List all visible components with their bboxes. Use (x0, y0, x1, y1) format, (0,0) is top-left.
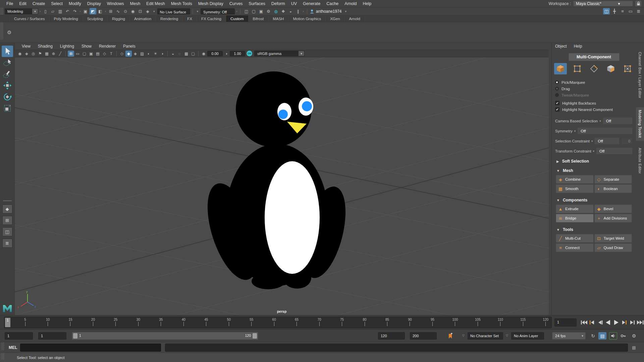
layout-two-pane-button[interactable]: ◫ (2, 227, 12, 236)
make-live-icon[interactable]: ◈ (144, 8, 151, 14)
menu-display[interactable]: Display (84, 1, 104, 6)
shelf-grip[interactable] (0, 22, 3, 40)
move-tool-button[interactable] (2, 80, 13, 91)
menu-generate[interactable]: Generate (300, 1, 323, 6)
mesh-section-header[interactable]: ▼ Mesh (556, 168, 633, 173)
colorspace-select[interactable]: sRGB gamma ▾ (254, 51, 305, 56)
shelf-tab-custom[interactable]: Custom (226, 15, 249, 22)
contrast-icon[interactable]: ◑ (223, 51, 229, 57)
command-input[interactable] (20, 344, 161, 352)
combine-button[interactable]: ◈ Combine (556, 175, 594, 184)
panel-menu-view[interactable]: View (18, 44, 34, 49)
select-component-icon[interactable]: ◧ (97, 8, 104, 14)
bridge-button[interactable]: ≋ Bridge (556, 214, 594, 223)
command-line-grip[interactable] (1, 342, 4, 350)
render-current-frame-icon[interactable]: ▢ (250, 8, 257, 14)
rotate-tool-button[interactable] (2, 91, 13, 103)
new-scene-button[interactable]: ▯ (42, 8, 49, 14)
live-surface-field[interactable]: No Live Surface (157, 8, 190, 14)
soft-selection-header[interactable]: ▶ Soft Selection (556, 159, 633, 164)
menu-select[interactable]: Select (48, 1, 66, 6)
play-forwards-button[interactable] (612, 319, 620, 326)
image-plane-icon[interactable]: ▦ (44, 51, 50, 57)
undo-button[interactable]: ↶ (64, 8, 71, 14)
chevron-down-icon[interactable]: ▾ (197, 10, 199, 13)
scale-tool-button[interactable] (2, 103, 13, 114)
grease-pencil-icon[interactable]: ╱ (57, 51, 63, 57)
panel-menu-panels[interactable]: Panels (119, 44, 139, 49)
wireframe-on-shaded-icon[interactable]: ◈ (132, 51, 139, 57)
script-editor-icon[interactable]: ▤ (631, 344, 637, 351)
snap-to-projected-center-icon[interactable]: ◉ (129, 8, 136, 14)
tab-channel-box-layer-editor[interactable]: Channel Box / Layer Editor (636, 46, 644, 104)
use-default-material-icon[interactable]: ◐ (146, 51, 152, 57)
menu-mesh-display[interactable]: Mesh Display (195, 1, 226, 6)
pause-viewport-icon[interactable]: ∥ (294, 8, 301, 14)
current-frame-field[interactable]: 1 (554, 318, 577, 326)
save-scene-button[interactable]: ▥ (57, 8, 63, 14)
time-editor-mute-button[interactable]: ▤ (598, 332, 606, 340)
toolbar-grip[interactable] (0, 7, 3, 15)
panel-menu-lighting[interactable]: Lighting (56, 44, 78, 49)
chevron-down-icon[interactable]: ▽ (462, 334, 465, 337)
chevron-down-icon[interactable]: ▾ (591, 139, 593, 143)
fps-select[interactable]: 24 fps ▾ (552, 332, 586, 340)
gamma-field[interactable]: 1.00 (230, 51, 245, 56)
playback-range-slider[interactable]: 1 120 (72, 332, 258, 340)
shelf-tab-sculpting[interactable]: Sculpting (83, 15, 108, 22)
signed-in-user-menu[interactable]: anthoane1974 ▾ (310, 9, 348, 14)
select-tool-button[interactable] (2, 46, 13, 57)
open-scene-button[interactable]: ▱ (49, 8, 56, 14)
layout-single-pane-button[interactable]: ◆ (2, 204, 12, 214)
hypershade-icon[interactable]: ◒ (287, 8, 294, 14)
highlight-nearest-component-option[interactable]: ✔ Highlight Nearest Component (555, 106, 633, 113)
toolkit-menu-object[interactable]: Object (555, 44, 571, 49)
connect-button[interactable]: ≡ Connect (556, 243, 594, 252)
tool-settings-toggle[interactable]: ▭ (627, 8, 634, 14)
character-set-select[interactable]: No Character Set (468, 332, 503, 340)
bookmark-add-button[interactable] (446, 332, 454, 340)
exposure-field[interactable]: 0.00 (207, 51, 223, 56)
safe-action-icon[interactable]: ◇ (101, 51, 108, 57)
layout-four-view-button[interactable]: ⊞ (2, 216, 12, 225)
motion-blur-icon[interactable]: ◌ (176, 51, 183, 57)
exposure-icon[interactable]: ◉ (201, 51, 207, 57)
help-line-grip[interactable] (1, 353, 4, 360)
shelf-tab-rendering[interactable]: Rendering (156, 15, 183, 22)
menu-arnold[interactable]: Arnold (341, 1, 360, 6)
menu-edit-mesh[interactable]: Edit Mesh (143, 1, 168, 6)
symmetry-value[interactable]: Off (577, 127, 633, 134)
step-back-one-key-button[interactable] (588, 319, 596, 326)
command-language-toggle[interactable]: MEL (9, 345, 20, 350)
range-start-handle[interactable] (73, 333, 77, 339)
tab-modeling-toolkit[interactable]: Modeling Toolkit (636, 107, 644, 141)
workspace-lock-button[interactable] (635, 1, 641, 6)
render-setup-icon[interactable]: ❖ (280, 8, 286, 14)
multi-component-button[interactable]: Multi-Component (569, 53, 620, 61)
menu-help[interactable]: Help (360, 1, 374, 6)
animation-end-field[interactable]: 200 (410, 332, 437, 340)
add-divisions-button[interactable]: + Add Divisions (594, 214, 632, 223)
gate-mask-icon[interactable]: ▣ (88, 51, 94, 57)
menu-deform[interactable]: Deform (268, 1, 288, 6)
tools-section-header[interactable]: ▼ Tools (556, 227, 633, 232)
light-editor-icon[interactable]: ◍ (272, 8, 279, 14)
play-backwards-button[interactable] (604, 319, 612, 326)
lighting-icon[interactable]: ☀ (152, 51, 159, 57)
attribute-editor-toggle[interactable]: ≡ (619, 8, 626, 14)
shelf-tab-poly-modeling[interactable]: Poly Modeling (49, 15, 83, 22)
chevron-down-icon[interactable]: ▾ (580, 333, 585, 339)
snap-to-point-icon[interactable]: ⊙ (122, 8, 129, 14)
snap-to-curve-icon[interactable]: ∿ (115, 8, 121, 14)
wireframe-icon[interactable]: ◇ (119, 51, 125, 57)
playback-loop-button[interactable]: ↻ (589, 332, 597, 340)
isolate-select-icon[interactable]: ▢ (190, 51, 196, 57)
panel-menu-shading[interactable]: Shading (34, 44, 56, 49)
select-object-icon[interactable]: ◩ (90, 8, 96, 14)
smooth-shade-icon[interactable]: ◆ (125, 51, 132, 57)
viewport-3d-area[interactable]: y x z persp (15, 57, 549, 315)
chevron-down-icon[interactable]: ▾ (153, 10, 155, 13)
shelf-tab-motion-graphics[interactable]: Motion Graphics (288, 15, 326, 22)
vertex-mode-button[interactable] (571, 63, 584, 74)
animation-preferences-button[interactable]: ⚙ (630, 332, 638, 340)
